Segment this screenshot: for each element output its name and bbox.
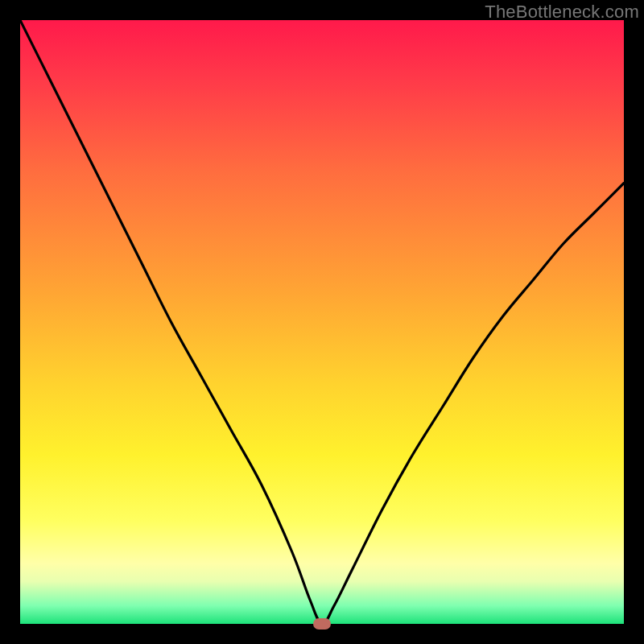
chart-frame: TheBottleneck.com xyxy=(0,0,644,644)
optimal-point-marker xyxy=(313,618,331,630)
plot-area xyxy=(20,20,624,624)
bottleneck-curve xyxy=(20,20,624,624)
